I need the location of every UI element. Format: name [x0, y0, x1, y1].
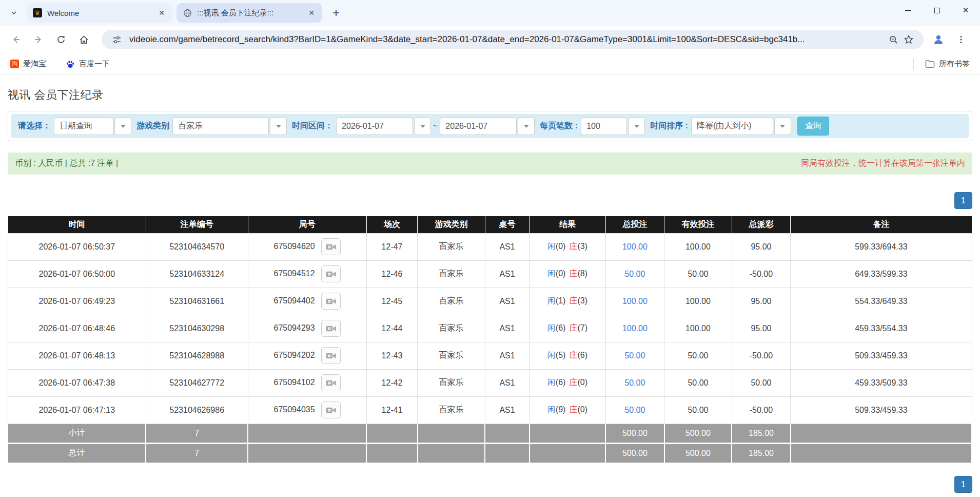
result-player-score: (6) [556, 323, 566, 332]
profile-avatar-icon[interactable] [929, 30, 948, 49]
session-cell: 12-47 [366, 233, 418, 260]
zoom-indicator-icon[interactable] [886, 32, 901, 47]
round-id-cell: 675094293 [248, 315, 366, 342]
back-icon[interactable] [6, 30, 26, 49]
all-bookmarks-label: 所有书签 [939, 59, 970, 69]
query-type-input[interactable] [54, 118, 113, 135]
tab-close-icon[interactable]: ✕ [306, 7, 317, 18]
result-cell: 闲(5)庄(6) [530, 342, 605, 369]
sort-order-input[interactable] [691, 118, 773, 135]
caret-down-icon [634, 125, 639, 128]
remark-cell: 599.33/694.33 [791, 233, 972, 260]
video-replay-button[interactable] [321, 320, 341, 337]
window-controls: ✕ [894, 0, 980, 21]
date-range-tilde: ~ [433, 122, 438, 131]
result-banker-score: (3) [577, 242, 587, 251]
search-button[interactable]: 查询 [797, 117, 829, 136]
total-bet-link[interactable]: 50.00 [624, 270, 645, 278]
bookmark-star-icon[interactable] [901, 32, 916, 47]
filter-bar: 请选择： 游戏类别 时间区间： ~ [11, 114, 969, 138]
time-cell: 2026-01-07 06:50:00 [8, 260, 146, 288]
all-bookmarks-button[interactable]: 所有书签 [922, 57, 973, 71]
site-settings-tune-icon[interactable] [109, 32, 124, 47]
col-header-result: 结果 [530, 216, 605, 233]
date-start-combobox [336, 118, 431, 135]
browser-tab-betrecord[interactable]: :::视讯 会员下注纪录::: ✕ [177, 3, 322, 23]
total-bet-link[interactable]: 50.00 [624, 378, 645, 387]
video-replay-button[interactable] [321, 402, 341, 418]
window-minimize-button[interactable] [894, 0, 923, 21]
forward-icon[interactable] [29, 30, 48, 49]
summary-notice: 同局有效投注，统一计算在该局第一张注单内 [801, 158, 965, 169]
home-icon[interactable] [74, 30, 93, 49]
game-kind-dropdown-button[interactable] [270, 118, 287, 135]
date-end-dropdown-button[interactable] [518, 118, 535, 135]
col-header-time: 时间 [8, 216, 146, 233]
browser-menu-kebab-icon[interactable] [951, 30, 971, 49]
date-end-input[interactable] [440, 118, 517, 135]
payout-cell: 50.00 [732, 369, 791, 396]
result-player-label: 闲 [547, 351, 556, 359]
game-kind-input[interactable] [172, 118, 269, 135]
select-type-label: 请选择： [18, 121, 51, 131]
per-page-dropdown-button[interactable] [628, 118, 645, 135]
remark-cell: 554.33/649.33 [791, 288, 972, 315]
time-cell: 2026-01-07 06:50:37 [8, 233, 146, 260]
bookmark-aitaobao[interactable]: 淘 爱淘宝 [7, 57, 49, 71]
result-banker-score: (6) [577, 351, 587, 359]
session-cell: 12-42 [366, 369, 418, 396]
total-bet-link[interactable]: 100.00 [622, 242, 648, 251]
filter-panel: 请选择： 游戏类别 时间区间： ~ [8, 111, 972, 141]
bookmark-label: 百度一下 [79, 59, 110, 69]
video-replay-button[interactable] [321, 238, 341, 255]
page-1-button[interactable]: 1 [954, 476, 972, 493]
video-camera-icon [326, 297, 337, 305]
tab-close-icon[interactable]: ✕ [156, 7, 167, 18]
total-bet-link[interactable]: 50.00 [624, 351, 645, 360]
window-maximize-button[interactable] [923, 0, 951, 21]
round-id-cell: 675094202 [248, 342, 366, 369]
date-start-dropdown-button[interactable] [414, 118, 431, 135]
caret-down-icon [121, 125, 126, 128]
pagination-top: 1 [8, 192, 972, 209]
caret-down-icon [420, 125, 425, 128]
round-id-value: 675094293 [273, 323, 315, 332]
grand-total-total-bet: 500.00 [605, 443, 664, 463]
table-no-cell: AS1 [485, 342, 529, 369]
date-start-input[interactable] [336, 118, 413, 135]
total-bet-link[interactable]: 100.00 [622, 324, 648, 333]
grand-total-valid-bet: 500.00 [664, 443, 732, 463]
total-bet-link[interactable]: 50.00 [624, 406, 645, 414]
summary-bar: 币别 : 人民币 | 总共 :7 注单 | 同局有效投注，统一计算在该局第一张注… [8, 152, 972, 175]
result-cell: 闲(0)庄(8) [530, 260, 605, 288]
session-cell: 12-46 [366, 260, 418, 288]
url-text[interactable]: videoie.com/game/betrecord_search/kind3?… [129, 34, 886, 45]
video-replay-button[interactable] [321, 293, 341, 310]
reload-icon[interactable] [51, 30, 71, 49]
address-bar[interactable]: videoie.com/game/betrecord_search/kind3?… [102, 30, 924, 49]
remark-cell: 509.33/459.33 [791, 342, 972, 369]
tab-search-chevron-icon[interactable] [5, 4, 23, 22]
window-close-button[interactable]: ✕ [951, 0, 980, 21]
total-bet-link[interactable]: 100.00 [622, 297, 648, 305]
result-player-score: (9) [556, 405, 566, 414]
query-type-dropdown-button[interactable] [114, 118, 131, 135]
round-id-cell: 675094035 [248, 396, 366, 424]
sort-order-dropdown-button[interactable] [774, 118, 791, 135]
col-header-bet-id: 注单编号 [146, 216, 248, 233]
result-player-label: 闲 [547, 296, 556, 305]
per-page-input[interactable] [581, 118, 627, 135]
browser-tab-welcome[interactable]: ♛ Welcome ✕ [27, 3, 172, 23]
payout-cell: 95.00 [732, 315, 791, 342]
result-player-score: (6) [556, 378, 566, 387]
video-replay-button[interactable] [321, 347, 341, 364]
page-1-button[interactable]: 1 [954, 192, 972, 209]
date-range-label: 时间区间： [292, 121, 333, 131]
bookmark-baidu[interactable]: 百度一下 [63, 57, 113, 71]
new-tab-button[interactable]: + [327, 4, 345, 22]
video-replay-button[interactable] [321, 265, 341, 282]
video-replay-button[interactable] [321, 374, 341, 391]
result-banker-label: 庄 [569, 269, 577, 278]
result-cell: 闲(6)庄(7) [530, 315, 605, 342]
subtotal-valid-bet: 500.00 [664, 424, 732, 443]
